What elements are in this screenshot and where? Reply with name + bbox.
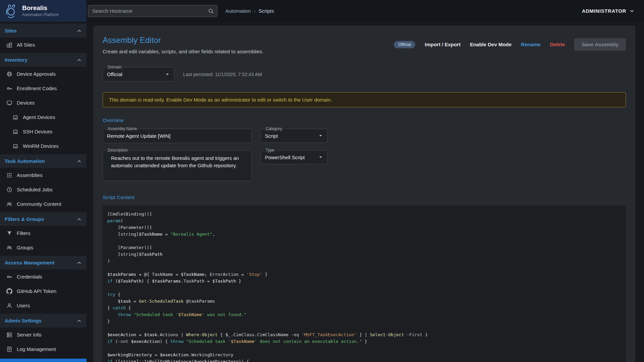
sidebar-item-devices[interactable]: Devices	[0, 96, 87, 110]
script-editor[interactable]: [CmdletBinding()]param( [Parameter()] [s…	[103, 205, 626, 362]
chevron-up-icon	[76, 217, 82, 222]
domain-select[interactable]: Domain Official	[103, 67, 174, 81]
search-input[interactable]	[88, 5, 217, 17]
page-subtitle: Create and edit variables, scripts, and …	[103, 49, 263, 54]
sidebar-item-label: Server Info	[17, 332, 41, 338]
sidebar-section-label: Task Automation	[5, 158, 45, 164]
code-line: if ($TaskPath) { $taskParams.TaskPath = …	[107, 278, 621, 285]
sidebar-item-log-management[interactable]: Log Management	[0, 342, 87, 356]
sidebar-item-label: All Sites	[17, 42, 35, 48]
code-line: [string]$TaskName = "Borealis Agent",	[107, 231, 621, 238]
sidebar-item-enrollment-codes[interactable]: Enrollment Codes	[0, 81, 87, 96]
save-assembly-button[interactable]: Save Assembly	[574, 38, 626, 51]
page-title: Assembly Editor	[103, 36, 263, 45]
header-actions: Official Import / Export Enable Dev Mode…	[394, 38, 626, 51]
sidebar-section-label: Filters & Groups	[5, 216, 44, 222]
sidebar-item-label: GitHub API Token	[17, 288, 56, 294]
category-select[interactable]: Category Script	[261, 129, 328, 143]
description-label: Description	[106, 148, 129, 153]
sidebar-item-groups[interactable]: Groups	[0, 240, 87, 255]
grid-icon	[6, 172, 12, 178]
sidebar-footer-accent	[0, 359, 87, 362]
clock-icon	[6, 187, 12, 193]
sidebar-section-access-management[interactable]: Access Management	[0, 256, 87, 269]
code-line	[107, 285, 621, 291]
chevron-up-icon	[76, 318, 82, 323]
sidebar-item-community-content[interactable]: Community Content	[0, 197, 87, 211]
overview-section-label: Overview	[103, 117, 626, 123]
laptop-icon	[12, 129, 18, 135]
laptop-icon	[12, 143, 18, 149]
search-icon[interactable]	[208, 8, 214, 14]
sidebar-item-label: Scheduled Jobs	[17, 187, 53, 192]
enable-dev-mode-button[interactable]: Enable Dev Mode	[470, 42, 512, 47]
monitor-icon	[6, 100, 12, 106]
import-export-button[interactable]: Import / Export	[425, 42, 461, 47]
code-line: $workingDirectory = $execAction.WorkingD…	[107, 352, 621, 358]
type-select-label: Type	[264, 148, 276, 153]
building-icon	[6, 42, 12, 48]
description-field[interactable]: Description Reaches out to the remote Bo…	[103, 150, 252, 181]
code-line	[107, 325, 621, 331]
app-title: Borealis	[22, 5, 59, 12]
sidebar-item-ssh-devices[interactable]: SSH Devices	[0, 124, 87, 139]
breadcrumb-item-automation[interactable]: Automation	[225, 8, 251, 14]
sidebar-section-sites[interactable]: Sites	[0, 24, 87, 38]
app-brand[interactable]: Borealis Automation Platform	[0, 0, 87, 22]
code-line: if (-not $execAction) { throw "Scheduled…	[107, 338, 621, 345]
sidebar-item-users[interactable]: Users	[0, 298, 87, 313]
panel-title-block: Assembly Editor Create and edit variable…	[103, 36, 263, 54]
sidebar-section-admin-settings[interactable]: Admin Settings	[0, 314, 87, 327]
delete-button[interactable]: Delete	[550, 42, 565, 47]
code-line: [CmdletBinding()]	[107, 211, 621, 218]
assembly-name-input[interactable]	[103, 129, 252, 143]
sidebar-section-inventory[interactable]: Inventory	[0, 53, 87, 67]
sidebar-item-label: Filters	[17, 230, 31, 236]
sidebar-item-label: Devices	[17, 100, 35, 106]
description-input[interactable]: Reaches out to the remote Borealis agent…	[103, 150, 252, 173]
user-icon	[6, 303, 12, 309]
user-menu[interactable]: ADMINISTRATOR	[582, 8, 635, 14]
sidebar-item-winrm-devices[interactable]: WinRM Devices	[0, 139, 87, 153]
sidebar-section-label: Inventory	[5, 57, 28, 63]
sidebar-item-label: Device Approvals	[17, 71, 56, 77]
sidebar-item-credentials[interactable]: Credentials	[0, 269, 87, 284]
breadcrumb-item-scripts[interactable]: Scripts	[259, 8, 274, 14]
script-section-label: Script Content	[103, 194, 626, 200]
rename-button[interactable]: Rename	[521, 42, 540, 47]
sidebar-item-label: Agent Devices	[23, 114, 55, 120]
sidebar-item-label: Log Management	[17, 346, 56, 352]
people-icon	[6, 245, 12, 251]
category-select-label: Category	[264, 126, 284, 131]
sidebar-item-filters[interactable]: Filters	[0, 226, 87, 240]
code-line: param(	[107, 218, 621, 224]
breadcrumb: Automation›Scripts	[225, 8, 274, 14]
globe-icon	[6, 71, 12, 77]
laptop-icon	[12, 114, 18, 120]
code-line: throw "Scheduled task '$TaskName' was no…	[107, 311, 621, 318]
sidebar-item-assemblies[interactable]: Assemblies	[0, 168, 87, 182]
dropdown-arrow-icon	[165, 72, 170, 77]
last-persisted-text: Last persisted: 11/1/2025, 7:52:43 AM	[183, 72, 262, 77]
main-content: Assembly Editor Create and edit variable…	[87, 22, 644, 362]
type-select[interactable]: Type PowerShell Script	[261, 150, 328, 164]
domain-select-label: Domain	[106, 65, 123, 69]
code-line	[107, 264, 621, 271]
sidebar-item-github-api-token[interactable]: GitHub API Token	[0, 284, 87, 298]
code-line: [string]$TaskPath	[107, 251, 621, 258]
sidebar-item-agent-devices[interactable]: Agent Devices	[0, 110, 87, 124]
log-icon	[6, 346, 12, 352]
sidebar-item-server-info[interactable]: Server Info	[0, 327, 87, 342]
sidebar-item-label: Credentials	[17, 274, 42, 280]
sidebar-item-all-sites[interactable]: All Sites	[0, 38, 87, 52]
sidebar-section-filters-groups[interactable]: Filters & Groups	[0, 212, 87, 226]
dropdown-arrow-icon	[318, 133, 323, 138]
sidebar-item-scheduled-jobs[interactable]: Scheduled Jobs	[0, 182, 87, 197]
code-line: [Parameter()]	[107, 244, 621, 251]
brand-text: Borealis Automation Platform	[22, 5, 59, 17]
sidebar-section-label: Admin Settings	[5, 318, 42, 323]
chevron-down-icon	[629, 8, 635, 14]
code-line: $taskParams = @{ TaskName = $TaskName; E…	[107, 271, 621, 278]
sidebar-item-device-approvals[interactable]: Device Approvals	[0, 67, 87, 81]
sidebar-section-task-automation[interactable]: Task Automation	[0, 154, 87, 168]
